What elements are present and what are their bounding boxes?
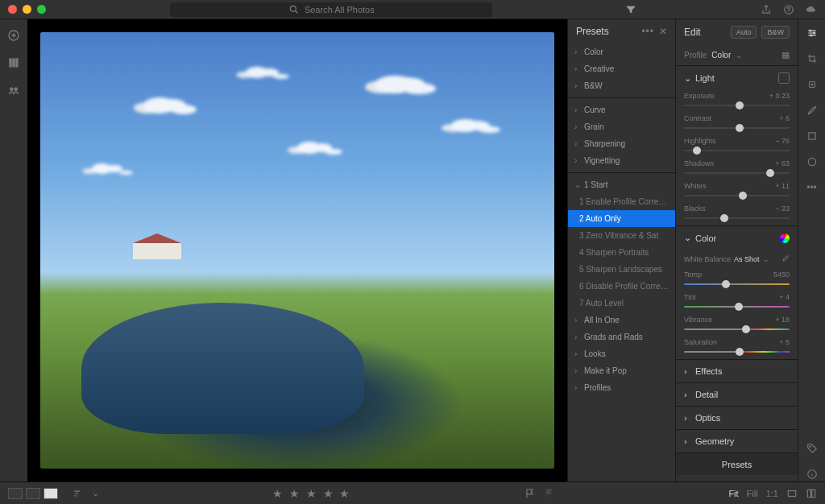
sort-icon[interactable] [73,488,84,499]
close-window-button[interactable] [8,5,17,14]
help-icon[interactable]: ? [783,4,794,15]
search-input[interactable]: Search All Photos [170,2,492,17]
slider-value: + 11 [775,182,790,190]
preset-group-label: All In One [584,316,620,324]
preset-group[interactable]: ›Sharpening [568,135,675,152]
slider-blacks[interactable]: Blacks− 23 [676,203,798,225]
zoom-11[interactable]: 1:1 [766,489,778,498]
slider-value: + 4 [779,293,790,301]
svg-point-6 [15,88,18,91]
white-balance-row[interactable]: White Balance As Shot ⌄ [676,250,798,269]
grid-view-button[interactable] [8,488,23,499]
presets-title: Presets [576,26,609,37]
rating-stars[interactable]: ★ ★ ★ ★ ★ [272,487,352,500]
chevron-right-icon: › [574,316,581,324]
radial-gradient-icon[interactable] [805,155,819,169]
svg-point-8 [813,32,815,34]
slider-contrast[interactable]: Contrast+ 6 [676,113,798,135]
preset-group[interactable]: ›Color [568,43,675,60]
share-icon[interactable] [761,4,772,15]
slider-value: + 18 [775,316,790,324]
show-original-icon[interactable] [786,488,798,499]
tag-icon[interactable] [805,441,819,456]
eyedropper-icon[interactable] [780,254,790,264]
slider-tint[interactable]: Tint+ 4 [676,291,798,314]
titlebar: Search All Photos ? [0,0,825,19]
chevron-down-icon[interactable]: ⌄ [92,488,99,498]
preset-item[interactable]: 4 Sharpen Portraits [568,244,675,261]
section-title: Detail [695,390,718,399]
info-icon[interactable] [805,467,819,481]
square-grid-button[interactable] [26,488,40,499]
preset-group[interactable]: ›Make it Pop [568,362,675,379]
slider-highlights[interactable]: Highlights− 76 [676,135,798,158]
slider-value: − 76 [775,137,790,145]
bw-button[interactable]: B&W [761,26,790,39]
slider-value: 5450 [773,271,790,279]
crop-icon[interactable] [805,52,819,66]
preset-group[interactable]: ›Grain [568,118,675,135]
preset-group-label: Color [584,48,603,56]
section-optics[interactable]: ›Optics [676,407,798,429]
color-header[interactable]: ⌄ Color [676,226,798,250]
auto-button[interactable]: Auto [731,26,757,39]
sharing-icon[interactable] [7,84,20,97]
slider-vibrance[interactable]: Vibrance+ 18 [676,314,798,337]
profile-row[interactable]: Profile Color ⌄ ▦ [676,45,798,65]
flag-picked-icon[interactable] [524,488,536,499]
preset-item[interactable]: 7 Auto Level [568,295,675,312]
slider-saturation[interactable]: Saturation+ 5 [676,337,798,359]
light-header[interactable]: ⌄ Light [676,66,798,90]
profile-browser-icon[interactable]: ▦ [781,50,790,60]
preset-group[interactable]: ›B&W [568,77,675,94]
preset-item[interactable]: 1 Enable Profile Correction [568,193,675,210]
preset-item[interactable]: 3 Zero Vibrance & Sat [568,227,675,244]
preset-group[interactable]: ›Grads and Rads [568,328,675,345]
preset-group-open[interactable]: ⌄ 1 Start [568,176,675,193]
image-canvas[interactable] [27,19,567,481]
detail-view-button[interactable] [44,488,58,499]
healing-brush-icon[interactable] [805,77,819,92]
light-title: Light [695,73,715,83]
preset-item[interactable]: 5 Sharpen Landscapes [568,261,675,278]
slider-shadows[interactable]: Shadows+ 63 [676,158,798,180]
cloud-sync-icon[interactable] [806,4,817,15]
chevron-right-icon: › [684,413,690,423]
preset-group[interactable]: ›Curve [568,101,675,118]
section-geometry[interactable]: ›Geometry [676,430,798,452]
slider-label: Blacks [684,204,706,213]
flag-rejected-icon[interactable] [544,488,555,499]
add-photos-icon[interactable] [7,29,20,42]
my-photos-icon[interactable] [7,56,20,69]
preset-group[interactable]: ›Looks [568,345,675,362]
preset-group[interactable]: ›Vignetting [568,152,675,169]
filter-icon[interactable] [625,4,636,15]
preset-item[interactable]: 2 Auto Only [568,210,675,227]
minimize-window-button[interactable] [23,5,31,14]
zoom-fill[interactable]: Fill [747,489,758,498]
preset-group[interactable]: ›Creative [568,60,675,77]
profile-value: Color [711,51,731,60]
preset-group[interactable]: ›Profiles [568,379,675,396]
linear-gradient-icon[interactable] [805,129,819,143]
more-icon[interactable]: ••• [805,180,819,195]
slider-exposure[interactable]: Exposure+ 0.23 [676,90,798,113]
edit-sliders-icon[interactable] [805,26,819,40]
chevron-down-icon: ⌄ [684,233,690,243]
presets-options-icon[interactable]: ••• [641,26,654,37]
filmstrip-toggle-icon[interactable] [806,488,817,499]
preset-item[interactable]: 6 Disable Profile Correction [568,278,675,295]
preset-group[interactable]: ›All In One [568,312,675,328]
brush-icon[interactable] [805,103,819,118]
zoom-fit[interactable]: Fit [728,489,738,498]
svg-rect-17 [807,490,810,497]
slider-whites[interactable]: Whites+ 11 [676,180,798,203]
maximize-window-button[interactable] [37,5,46,14]
section-effects[interactable]: ›Effects [676,360,798,382]
section-detail[interactable]: ›Detail [676,383,798,406]
slider-temp[interactable]: Temp5450 [676,269,798,291]
color-mixer-icon[interactable] [780,233,790,243]
tone-curve-icon[interactable] [778,72,790,84]
presets-footer-button[interactable]: Presets [676,452,798,475]
close-presets-icon[interactable]: ✕ [659,26,667,37]
